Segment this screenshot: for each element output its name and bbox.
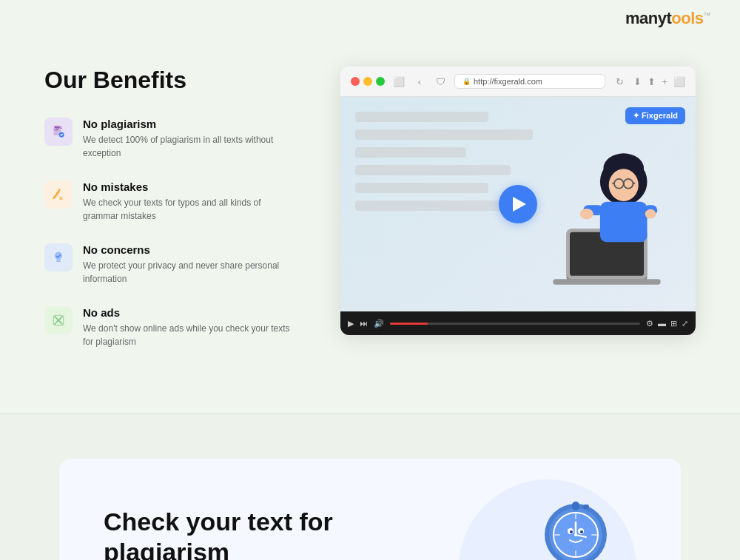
benefits-section: Our Benefits Abc No plagiarism We detect… xyxy=(0,37,740,414)
play-button[interactable] xyxy=(499,185,537,223)
dot-maximize[interactable] xyxy=(376,77,385,86)
svg-rect-29 xyxy=(583,505,589,509)
svg-point-40 xyxy=(580,530,583,533)
browser-refresh-icon[interactable]: ↻ xyxy=(613,75,626,88)
browser-add-tab-icon[interactable]: + xyxy=(662,76,667,87)
volume-btn[interactable]: 🔊 xyxy=(374,319,384,328)
cta-title: Check your text for plagiarism xyxy=(104,507,414,560)
header: manytools™ xyxy=(0,0,740,37)
cta-wrapper: Check your text for plagiarism It's simp… xyxy=(0,414,740,560)
logo-many: manyt xyxy=(625,9,671,27)
benefit-icon-plagiarism: Abc xyxy=(44,118,73,146)
svg-point-5 xyxy=(59,197,63,200)
miniplayer-icon[interactable]: ⊞ xyxy=(670,319,677,328)
play-pause-btn[interactable]: ▶ xyxy=(348,319,354,328)
browser-actions: ⬇ ⬆ + ⬜ xyxy=(633,76,685,87)
benefit-heading-plagiarism: No plagiarism xyxy=(83,118,296,130)
browser-sidebar-icon: ⬜ xyxy=(392,75,406,88)
benefit-text-mistakes: No mistakes We check your texts for typo… xyxy=(83,181,296,223)
placeholder-bar-3 xyxy=(355,147,466,158)
browser-download-icon: ⬇ xyxy=(633,76,642,87)
fixgerald-badge-text: ✦ Fixgerald xyxy=(633,111,678,121)
placeholder-bar-2 xyxy=(355,129,533,140)
benefit-icon-concerns xyxy=(44,243,73,271)
logo: manytools™ xyxy=(625,9,710,28)
video-controls: ▶ ⏭ 🔊 ⚙ ▬ ⊞ ⤢ xyxy=(340,311,696,335)
logo-tools: ools xyxy=(671,9,703,27)
benefit-heading-mistakes: No mistakes xyxy=(83,181,296,193)
benefit-item-plagiarism: Abc No plagiarism We detect 100% of plag… xyxy=(44,118,296,160)
browser-share-icon: ⬆ xyxy=(648,76,656,87)
cta-illustration xyxy=(429,494,636,560)
svg-line-19 xyxy=(633,183,635,183)
benefit-desc-ads: We don't show online ads while you check… xyxy=(83,322,296,348)
benefit-icon-mistakes xyxy=(44,181,73,209)
benefit-item-mistakes: No mistakes We check your texts for typo… xyxy=(44,181,296,223)
svg-point-23 xyxy=(580,209,593,220)
browser-mockup: ⬜ ‹ 🛡 🔒 http://fixgerald.com ↻ ⬇ ⬆ + ⬜ xyxy=(340,67,696,335)
character-illustration xyxy=(540,141,673,289)
benefit-desc-mistakes: We check your texts for typos and all ki… xyxy=(83,196,296,223)
svg-line-18 xyxy=(612,183,614,183)
placeholder-bar-4 xyxy=(355,165,511,175)
benefit-text-plagiarism: No plagiarism We detect 100% of plagiari… xyxy=(83,118,296,160)
benefit-heading-concerns: No concerns xyxy=(83,243,296,256)
svg-rect-6 xyxy=(56,260,61,262)
svg-rect-28 xyxy=(572,502,579,510)
settings-icon[interactable]: ⚙ xyxy=(646,319,653,328)
browser-back-icon[interactable]: ‹ xyxy=(413,75,426,88)
benefits-left: Our Benefits Abc No plagiarism We detect… xyxy=(44,67,296,369)
browser-bar: ⬜ ‹ 🛡 🔒 http://fixgerald.com ↻ ⬇ ⬆ + ⬜ xyxy=(340,67,696,97)
fullscreen-icon[interactable]: ⤢ xyxy=(682,319,688,328)
video-area: ✦ Fixgerald xyxy=(340,97,696,335)
progress-fill xyxy=(390,323,428,325)
stopwatch-svg xyxy=(466,494,614,560)
placeholder-bar-5 xyxy=(355,183,488,193)
address-bar[interactable]: 🔒 http://fixgerald.com xyxy=(454,74,605,89)
svg-rect-2 xyxy=(55,129,58,131)
url-text: http://fixgerald.com xyxy=(474,77,542,86)
dot-minimize[interactable] xyxy=(363,77,372,86)
browser-shield-icon: 🛡 xyxy=(434,75,447,88)
benefit-icon-ads xyxy=(44,306,73,334)
theater-icon[interactable]: ▬ xyxy=(658,319,666,328)
benefit-item-ads: No ads We don't show online ads while yo… xyxy=(44,306,296,348)
benefits-title: Our Benefits xyxy=(44,67,296,94)
benefit-item-concerns: No concerns We protect your privacy and … xyxy=(44,243,296,286)
benefit-desc-plagiarism: We detect 100% of plagiarism in all text… xyxy=(83,133,296,160)
benefit-desc-concerns: We protect your privacy and never share … xyxy=(83,259,296,286)
progress-bar[interactable] xyxy=(390,323,640,325)
benefit-heading-ads: No ads xyxy=(83,306,296,319)
browser-dots xyxy=(351,77,385,86)
lock-icon: 🔒 xyxy=(462,78,471,85)
control-icons: ⚙ ▬ ⊞ ⤢ xyxy=(646,319,688,328)
browser-tabs-icon: ⬜ xyxy=(673,76,685,87)
svg-text:Abc: Abc xyxy=(54,125,63,129)
next-btn[interactable]: ⏭ xyxy=(360,319,368,328)
cta-left: Check your text for plagiarism It's simp… xyxy=(104,507,414,560)
placeholder-bar-1 xyxy=(355,112,488,122)
svg-point-24 xyxy=(645,209,656,219)
logo-tm: ™ xyxy=(704,11,711,19)
cta-section: Check your text for plagiarism It's simp… xyxy=(59,459,681,560)
svg-rect-11 xyxy=(553,279,660,284)
benefit-text-ads: No ads We don't show online ads while yo… xyxy=(83,306,296,348)
svg-rect-20 xyxy=(600,202,648,243)
svg-point-39 xyxy=(570,530,573,533)
video-placeholder: ✦ Fixgerald xyxy=(340,97,696,311)
benefit-text-concerns: No concerns We protect your privacy and … xyxy=(83,243,296,286)
fixgerald-badge: ✦ Fixgerald xyxy=(625,107,685,124)
dot-close[interactable] xyxy=(351,77,360,86)
